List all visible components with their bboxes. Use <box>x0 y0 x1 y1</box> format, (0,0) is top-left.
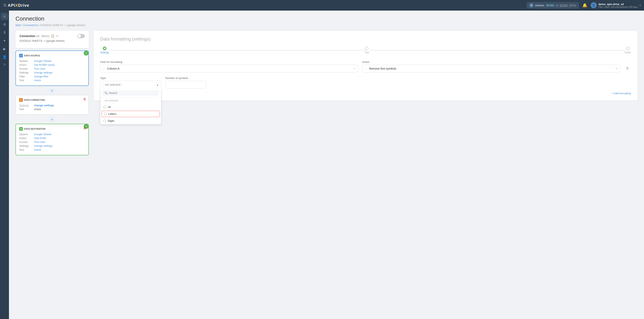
hamburger-icon[interactable]: ☰ <box>3 3 6 8</box>
data-formatting-box: 🗑 2 DATA FORMATTING Settings change sett… <box>16 95 89 115</box>
data-destination-box: ✓ 🗑 3 DATA DESTINATION System Google She… <box>16 124 89 155</box>
source-test-value[interactable]: check <box>34 79 41 82</box>
progress-step-finish: Finish <box>624 46 631 54</box>
field-label: Field for formatting <box>100 60 358 64</box>
formatting-settings-value[interactable]: change settings <box>34 104 54 107</box>
breadcrumb: Main / Connections / GOOGLE SHEETS -> (g… <box>16 24 638 27</box>
action-group: Action ○ Remove first symbols ▾ <box>362 60 620 72</box>
add-formatting-btn[interactable]: + Add formatting <box>612 92 631 95</box>
destination-test-row: Test check <box>19 148 85 151</box>
page-title: Connection <box>16 16 638 22</box>
type-group: Type - not selected - ▴ 🔍 <box>100 76 161 88</box>
main-content: Connection Main / Connections / GOOGLE S… <box>9 10 644 319</box>
formatting-settings-row: Settings change settings <box>19 104 85 107</box>
data-source-box: ✓ 1 DATA SOURCE System Google Sheets Act… <box>16 50 89 86</box>
destination-delete-btn[interactable]: 🗑 <box>83 126 86 130</box>
sidebar: ⌂ ⚙ $ ✦ ▶ 👤 ? <box>0 10 9 319</box>
destination-settings-value[interactable]: change settings <box>34 144 52 148</box>
data-format-card: Data formatting (settings) Settings Test <box>94 31 638 100</box>
info-icon: i <box>529 3 534 7</box>
search-icon: 🔍 <box>104 92 108 94</box>
copy-icon[interactable]: 📋 <box>51 34 54 38</box>
topnav: ☰ APIXDrive i Actions: 25'161 of 50'000 … <box>0 0 644 10</box>
dropdown-item-digits[interactable]: Digits <box>100 118 161 124</box>
type-select[interactable]: - not selected - ▴ <box>100 81 161 88</box>
progress-steps: Settings Test Finish <box>100 46 631 54</box>
formatting-step-num: 2 <box>19 98 23 102</box>
dropdown-item-all[interactable]: All <box>100 104 161 110</box>
dropdown-search-input[interactable] <box>109 92 157 94</box>
source-check-badge: ✓ <box>84 51 88 56</box>
source-action-row: Action Get ROWS (new) <box>19 63 85 66</box>
action-select[interactable]: ○ Remove first symbols ▾ <box>362 65 620 72</box>
destination-system-row: System Google Sheets <box>19 133 85 136</box>
notifications-bell[interactable]: 🔔 <box>582 3 588 8</box>
user-menu[interactable]: 👤 demo_apix-drive_s2 Plan | Start | left… <box>591 2 641 8</box>
right-panel: Data formatting (settings) Settings Test <box>94 31 638 100</box>
breadcrumb-current: GOOGLE SHEETS -> (google sheets) <box>40 24 85 27</box>
field-chevron-down-icon: ▾ <box>354 67 355 70</box>
destination-access-row: Access Tina User <box>19 140 85 144</box>
add-step-btn-2[interactable]: + <box>49 117 55 122</box>
sidebar-item-billing[interactable]: $ <box>1 29 8 36</box>
field-select[interactable]: ○ Column A ▾ <box>100 65 358 72</box>
source-system-row: System Google Sheets <box>19 60 85 62</box>
content-layout: Connection (ID: 38910) 📋 ⚙ GOOGLE SHEETS… <box>16 31 638 157</box>
row-delete-btn[interactable]: 🗑 <box>624 64 631 72</box>
sidebar-item-home[interactable]: ⌂ <box>1 12 8 20</box>
settings-icon[interactable]: ⚙ <box>56 34 59 38</box>
source-action-value[interactable]: Get ROWS (new) <box>34 63 54 66</box>
type-dropdown: 🔍 - not selected - All <box>100 88 161 124</box>
left-panel: Connection (ID: 38910) 📋 ⚙ GOOGLE SHEETS… <box>16 31 89 157</box>
progress-step-test: Test <box>364 46 369 54</box>
logo-text: APIXDrive <box>8 3 29 8</box>
connection-title: Connection (ID: 38910) 📋 ⚙ <box>20 34 59 38</box>
sidebar-item-help[interactable]: ? <box>1 62 8 69</box>
type-number-row: Type - not selected - ▴ 🔍 <box>100 76 631 88</box>
sidebar-item-profile[interactable]: 👤 <box>1 53 8 61</box>
source-settings-value[interactable]: change settings <box>34 71 52 74</box>
destination-system-value[interactable]: Google Sheets <box>34 133 52 136</box>
type-chevron-up-icon: ▴ <box>157 83 158 86</box>
formatting-test-row: Test check <box>19 108 85 111</box>
dropdown-item-letters[interactable]: Letters <box>102 111 160 117</box>
number-group: Number of symbols <box>165 76 206 88</box>
sidebar-item-tasks[interactable]: ✦ <box>1 37 8 44</box>
connection-subtitle: GOOGLE SHEETS -> (google sheets) <box>20 39 85 42</box>
formatting-delete-btn[interactable]: 🗑 <box>83 97 86 101</box>
add-formatting-row: + Add formatting <box>100 92 631 95</box>
destination-test-value[interactable]: check <box>34 148 41 151</box>
add-step-btn-1[interactable]: + <box>49 88 55 94</box>
logo: ☰ APIXDrive <box>3 3 29 8</box>
destination-access-value[interactable]: Tina User <box>34 140 46 144</box>
destination-settings-row: Settings change settings <box>19 144 85 148</box>
source-test-row: Test check <box>19 79 85 82</box>
number-input[interactable] <box>165 81 206 88</box>
sidebar-item-connections[interactable]: ⚙ <box>1 21 8 28</box>
dropdown-group-label: - not selected - <box>100 98 161 104</box>
chevron-down-icon: ▾ <box>640 4 641 7</box>
sidebar-item-video[interactable]: ▶ <box>1 45 8 52</box>
avatar: 👤 <box>591 2 597 8</box>
destination-action-row: Action Add ROW <box>19 136 85 140</box>
actions-box: i Actions: 25'161 of 50'000 (50%) <box>526 2 579 8</box>
destination-title: DATA DESTINATION <box>24 128 46 130</box>
number-label: Number of symbols <box>165 76 206 80</box>
source-step-num: 1 <box>19 54 23 58</box>
field-action-row: Field for formatting ○ Column A ▾ Action <box>100 60 631 72</box>
connection-card: Connection (ID: 38910) 📋 ⚙ GOOGLE SHEETS… <box>16 31 89 48</box>
formatting-test-value: check <box>34 108 41 111</box>
connection-toggle[interactable] <box>77 34 85 38</box>
df-title: Data formatting (settings) <box>100 36 631 42</box>
breadcrumb-main[interactable]: Main <box>16 24 21 27</box>
source-access-row: Access Tina User <box>19 67 85 70</box>
breadcrumb-connections[interactable]: Connections <box>24 24 38 27</box>
source-filter-value[interactable]: change filter <box>34 75 48 78</box>
destination-action-value[interactable]: Add ROW <box>34 136 46 140</box>
source-settings-row: Settings change settings <box>19 71 85 74</box>
source-access-value[interactable]: Tina User <box>34 67 46 70</box>
source-filter-row: Filter change filter <box>19 75 85 78</box>
source-system-value[interactable]: Google Sheets <box>34 60 52 62</box>
source-title: DATA SOURCE <box>24 54 40 57</box>
formatting-title: DATA FORMATTING <box>24 99 45 101</box>
